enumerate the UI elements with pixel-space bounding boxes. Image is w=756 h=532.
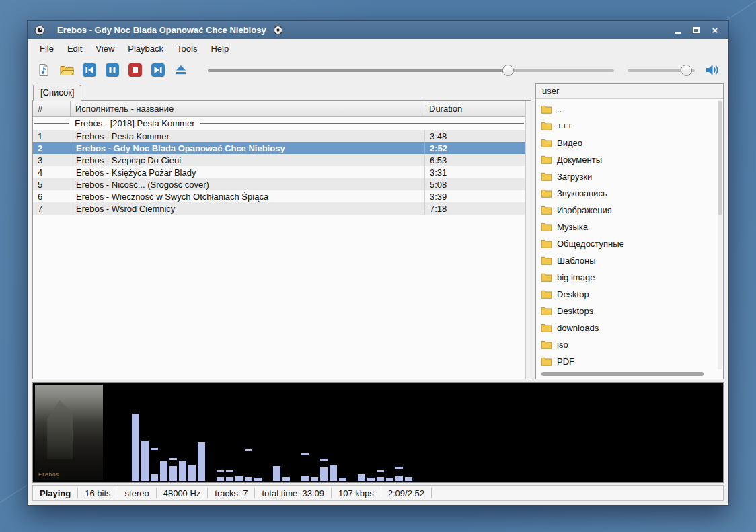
player-window: Erebos - Gdy Noc Blada Opanować Chce Nie…: [27, 20, 729, 506]
folder-item[interactable]: Шаблоны: [536, 252, 723, 269]
status-segment: 2:09/2:52: [381, 488, 432, 498]
track-duration: 3:31: [424, 166, 525, 178]
previous-button[interactable]: [81, 62, 98, 78]
vertical-scrollbar-thumb[interactable]: [718, 101, 722, 215]
spectrum-bar: [132, 383, 139, 481]
open-folder-button[interactable]: [59, 62, 75, 78]
folder-item[interactable]: iso: [536, 336, 723, 353]
spectrum-bar: [245, 383, 252, 481]
folder-item[interactable]: Изображения: [536, 202, 723, 219]
track-duration: 5:08: [424, 178, 525, 190]
folder-item[interactable]: Desktops: [536, 303, 723, 319]
desktop: Erebos - Gdy Noc Blada Opanować Chce Nie…: [0, 0, 756, 532]
table-row[interactable]: 2Erebos - Gdy Noc Blada Opanować Chce Ni…: [33, 142, 525, 154]
column-header-number[interactable]: #: [33, 101, 71, 116]
previous-icon: [82, 63, 97, 77]
folder-icon: [541, 290, 552, 299]
add-files-button[interactable]: [36, 62, 52, 78]
close-button[interactable]: ×: [710, 25, 720, 36]
track-number: 3: [33, 154, 71, 166]
spectrum-bar: [405, 383, 412, 481]
volume-slider-thumb[interactable]: [681, 65, 692, 76]
spectrum-bar: [273, 383, 280, 481]
stop-button[interactable]: [127, 62, 143, 78]
playlist-tab[interactable]: [Список]: [33, 85, 81, 101]
folder-item[interactable]: Видео: [536, 135, 723, 151]
folder-icon: [541, 172, 552, 181]
folder-item[interactable]: +++: [536, 118, 723, 135]
file-browser-vertical-scrollbar[interactable]: [718, 100, 722, 369]
track-title: Erebos - Szepcąc Do Cieni: [71, 154, 424, 166]
track-title: Erebos - Księżyca Pożar Blady: [71, 166, 424, 178]
table-row[interactable]: 3Erebos - Szepcąc Do Cieni6:53: [33, 154, 525, 166]
playlist-vertical-scrollbar[interactable]: [525, 101, 531, 379]
status-bar: Playing16 bitsstereo48000 Hztracks: 7tot…: [32, 485, 724, 501]
seek-slider-thumb[interactable]: [502, 65, 514, 76]
open-folder-icon: [60, 65, 74, 76]
seek-slider[interactable]: [208, 64, 614, 77]
folder-item[interactable]: big image: [536, 269, 723, 286]
folder-icon: [541, 239, 552, 248]
album-art-structure: [47, 400, 79, 459]
folder-name: PDF: [557, 356, 574, 367]
folder-item[interactable]: PDF: [536, 353, 723, 370]
window-title: Erebos - Gdy Noc Blada Opanować Chce Nie…: [57, 25, 266, 35]
volume-slider[interactable]: [628, 64, 695, 77]
folder-item[interactable]: Звукозапись: [536, 185, 723, 202]
menu-item-file[interactable]: File: [33, 40, 61, 57]
spectrum-bar: [254, 383, 262, 481]
title-bar[interactable]: Erebos - Gdy Noc Blada Opanować Chce Nie…: [28, 21, 728, 39]
folder-item[interactable]: downloads: [536, 319, 723, 336]
eject-button[interactable]: [173, 62, 189, 78]
folder-item[interactable]: Документы: [536, 151, 723, 168]
menu-item-view[interactable]: View: [89, 40, 121, 57]
table-row[interactable]: 6Erebos - Wieczność w Swych Otchłaniach …: [33, 190, 525, 202]
track-number: 7: [33, 202, 71, 215]
folder-name: iso: [557, 340, 568, 350]
table-row[interactable]: 4Erebos - Księżyca Pożar Blady3:31: [33, 166, 525, 178]
column-header-title[interactable]: Исполнитель - название: [71, 101, 424, 116]
app-icon[interactable]: [34, 25, 45, 36]
menu-item-edit[interactable]: Edit: [61, 40, 89, 57]
folder-item[interactable]: Общедоступные: [536, 235, 723, 252]
visualizer-panel: Erebos: [32, 382, 724, 483]
horizontal-scrollbar-thumb[interactable]: [541, 372, 704, 376]
group-line: [34, 123, 69, 124]
playlist-empty-space: [33, 215, 525, 379]
folder-item[interactable]: Музыка: [536, 219, 723, 235]
folder-item[interactable]: Desktop: [536, 286, 723, 303]
spectrum-bar: [151, 383, 158, 481]
folder-icon: [541, 189, 552, 198]
table-row[interactable]: 1Erebos - Pesta Kommer3:48: [33, 130, 525, 142]
spectrum-bar: [282, 383, 290, 481]
folder-list: ..+++ВидеоДокументыЗагрузкиЗвукозаписьИз…: [536, 99, 723, 371]
table-row[interactable]: 5Erebos - Nicość... (Srogość cover)5:08: [33, 178, 525, 190]
pause-button[interactable]: [104, 62, 120, 78]
folder-icon: [541, 223, 552, 231]
folder-item[interactable]: ..: [536, 101, 723, 118]
folder-icon: [541, 357, 552, 366]
folder-item[interactable]: Загрузки: [536, 168, 723, 185]
spectrum-bar: [198, 383, 205, 481]
album-art: Erebos: [35, 385, 103, 480]
spectrum-bar: [367, 383, 375, 481]
file-browser-header[interactable]: user: [536, 84, 723, 99]
minimize-button[interactable]: [672, 25, 683, 36]
maximize-button[interactable]: [691, 25, 702, 36]
playlist-tab-row: [Список]: [32, 83, 531, 100]
table-row[interactable]: 7Erebos - Wśród Ciemnicy7:18: [33, 202, 525, 215]
main-area: [Список] # Исполнитель - название Durati…: [28, 83, 728, 379]
menu-item-help[interactable]: Help: [204, 40, 235, 57]
next-button[interactable]: [150, 62, 166, 78]
album-group-header[interactable]: Erebos - [2018] Pesta Kommer: [33, 117, 525, 130]
file-browser-horizontal-scrollbar[interactable]: [536, 371, 723, 379]
menu-item-tools[interactable]: Tools: [170, 40, 204, 57]
track-duration: 7:18: [424, 202, 525, 215]
spectrum-bar: [292, 383, 299, 481]
menu-item-playback[interactable]: Playback: [121, 40, 170, 57]
folder-icon: [541, 122, 552, 130]
folder-name: Музыка: [557, 222, 588, 232]
spectrum-bar: [160, 383, 167, 481]
track-duration: 2:52: [424, 142, 525, 154]
column-header-duration[interactable]: Duration: [424, 101, 525, 116]
